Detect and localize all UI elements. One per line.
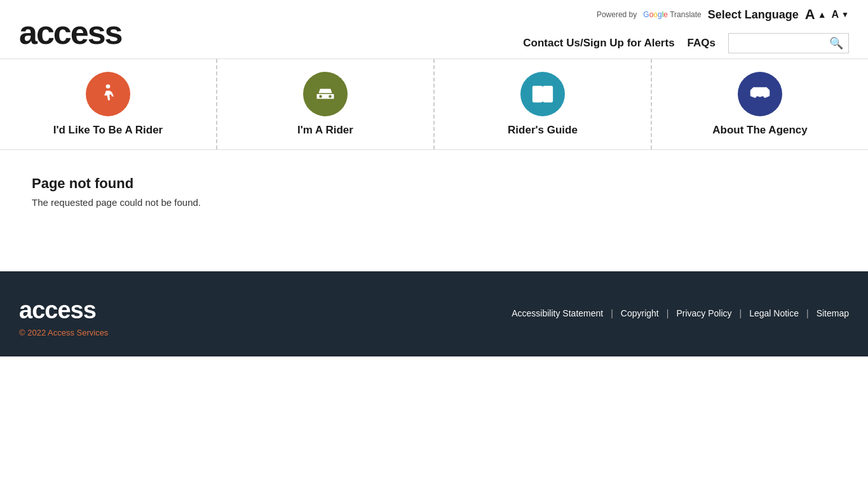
google-translate-label: Google Translate: [643, 10, 701, 19]
footer-sep-1: |: [611, 308, 613, 318]
google-text: Google: [643, 10, 668, 19]
header-right: Powered by Google Translate Select Langu…: [523, 6, 849, 58]
font-decrease-btn[interactable]: ▼: [841, 10, 849, 19]
footer-bottom: access © 2022 Access Services Accessibil…: [19, 297, 849, 337]
about-agency-icon-circle: [738, 72, 782, 116]
footer-sep-3: |: [740, 308, 742, 318]
header: access Powered by Google Translate Selec…: [0, 0, 868, 59]
site-logo[interactable]: access: [19, 16, 122, 49]
font-small-label: A: [832, 9, 839, 20]
nav-item-about-agency[interactable]: About The Agency: [652, 59, 868, 149]
select-language-label[interactable]: Select Language: [708, 8, 799, 22]
faqs-nav-link[interactable]: FAQs: [688, 37, 715, 50]
powered-by-label: Powered by: [597, 10, 637, 19]
riders-guide-icon-circle: [520, 72, 565, 116]
book-open-icon: [531, 83, 554, 105]
contact-nav-link[interactable]: Contact Us/Sign Up for Alerts: [523, 37, 674, 50]
icon-nav: I'd Like To Be A Rider I'm A Rider Rider…: [0, 59, 868, 150]
footer-link-copyright[interactable]: Copyright: [621, 308, 659, 318]
error-description: The requested page could not be found.: [32, 197, 836, 208]
footer: access © 2022 Access Services Accessibil…: [0, 271, 868, 356]
footer-link-legal[interactable]: Legal Notice: [749, 308, 799, 318]
footer-logo: access: [19, 297, 108, 324]
search-button[interactable]: 🔍: [824, 34, 848, 53]
font-increase-btn[interactable]: ▲: [818, 10, 827, 20]
nav-bar: Contact Us/Sign Up for Alerts FAQs 🔍: [523, 28, 849, 58]
font-controls: A ▲ A ▼: [805, 6, 849, 23]
handshake-icon: [749, 83, 771, 105]
svg-point-0: [106, 85, 111, 89]
logo-area: access: [19, 16, 122, 49]
search-input[interactable]: [729, 36, 824, 51]
footer-link-sitemap[interactable]: Sitemap: [817, 308, 849, 318]
footer-links: Accessibility Statement | Copyright | Pr…: [512, 308, 849, 318]
im-rider-label: I'm A Rider: [297, 124, 353, 137]
rider-apply-label: I'd Like To Be A Rider: [53, 124, 163, 137]
top-bar: Powered by Google Translate Select Langu…: [597, 6, 849, 23]
translate-word: Translate: [670, 10, 702, 19]
person-walking-icon: [97, 83, 119, 105]
rider-apply-icon-circle: [86, 72, 130, 116]
footer-link-accessibility[interactable]: Accessibility Statement: [512, 308, 603, 318]
footer-left: access © 2022 Access Services: [19, 297, 108, 337]
font-large-label: A: [805, 6, 815, 23]
footer-sep-2: |: [667, 308, 669, 318]
footer-copyright: © 2022 Access Services: [19, 328, 108, 337]
car-icon: [314, 83, 337, 105]
nav-item-riders-guide[interactable]: Rider's Guide: [435, 59, 652, 149]
footer-link-privacy[interactable]: Privacy Policy: [676, 308, 731, 318]
im-rider-icon-circle: [303, 72, 348, 116]
footer-sep-4: |: [806, 308, 809, 318]
main-content: Page not found The requested page could …: [0, 150, 868, 233]
nav-item-rider-apply[interactable]: I'd Like To Be A Rider: [0, 59, 217, 149]
nav-item-im-rider[interactable]: I'm A Rider: [217, 59, 435, 149]
riders-guide-label: Rider's Guide: [508, 124, 578, 137]
about-agency-label: About The Agency: [712, 124, 808, 137]
search-box: 🔍: [728, 33, 849, 53]
error-title: Page not found: [32, 175, 836, 192]
